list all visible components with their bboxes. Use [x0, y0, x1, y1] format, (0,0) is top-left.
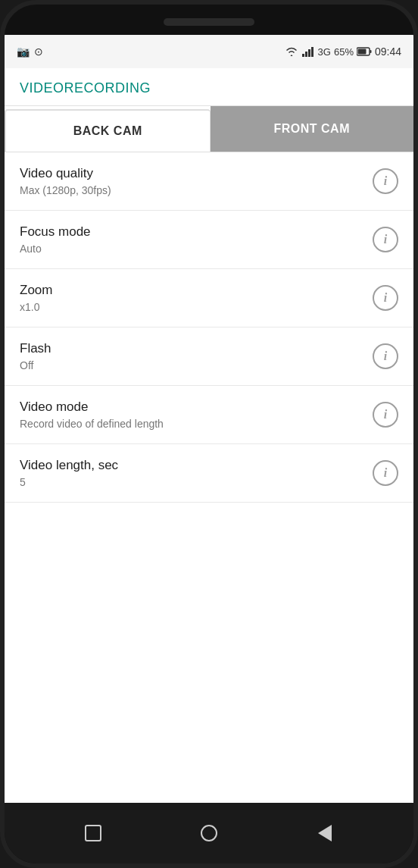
tab-front-cam[interactable]: FRONT CAM: [211, 106, 414, 152]
tab-back-cam[interactable]: BACK CAM: [5, 109, 211, 152]
recents-icon: [85, 825, 101, 841]
wifi-icon: [285, 46, 298, 57]
svg-rect-2: [308, 49, 310, 57]
nav-back-button[interactable]: [311, 819, 338, 847]
svg-rect-5: [370, 50, 371, 53]
home-icon: [201, 825, 217, 841]
nav-home-button[interactable]: [195, 819, 223, 847]
svg-rect-6: [357, 49, 366, 55]
setting-value-video-length: 5: [20, 476, 373, 488]
battery-icon: [357, 47, 372, 56]
setting-flash[interactable]: Flash Off i: [5, 327, 413, 386]
nav-bar: [5, 803, 413, 863]
setting-label-video-quality: Video quality: [20, 166, 373, 181]
setting-video-mode[interactable]: Video mode Record video of defined lengt…: [5, 386, 413, 444]
setting-value-zoom: x1.0: [20, 301, 373, 313]
app-title: VIDEORECORDING: [20, 80, 151, 96]
info-button-video-mode[interactable]: i: [373, 402, 398, 428]
setting-focus-mode[interactable]: Focus mode Auto i: [5, 211, 413, 269]
info-button-flash[interactable]: i: [373, 343, 398, 369]
network-label: 3G: [318, 46, 331, 58]
setting-zoom[interactable]: Zoom x1.0 i: [5, 269, 413, 327]
camera-status-icon: 📷: [17, 45, 30, 58]
setting-label-zoom: Zoom: [20, 283, 373, 298]
svg-rect-3: [311, 47, 314, 57]
setting-label-flash: Flash: [20, 341, 373, 356]
circle-status-icon: ⊙: [34, 45, 43, 58]
setting-value-video-mode: Record video of defined length: [20, 418, 373, 430]
setting-video-quality[interactable]: Video quality Max (1280p, 30fps) i: [5, 152, 413, 211]
back-icon: [318, 825, 332, 841]
info-button-focus-mode[interactable]: i: [373, 227, 398, 252]
settings-list: Video quality Max (1280p, 30fps) i Focus…: [5, 152, 413, 803]
info-button-zoom[interactable]: i: [373, 285, 398, 311]
signal-icon: [301, 46, 315, 57]
status-right-info: 3G 65% 09:44: [285, 45, 401, 58]
setting-value-focus-mode: Auto: [20, 243, 373, 255]
app-content: VIDEORECORDING BACK CAM FRONT CAM Video …: [5, 68, 413, 803]
status-bar: 📷 ⊙ 3G 65%: [5, 35, 413, 68]
phone-frame: 📷 ⊙ 3G 65%: [0, 0, 418, 868]
time-display: 09:44: [375, 45, 401, 58]
battery-percent: 65%: [334, 46, 354, 58]
setting-value-video-quality: Max (1280p, 30fps): [20, 184, 373, 196]
setting-label-focus-mode: Focus mode: [20, 224, 373, 240]
setting-label-video-mode: Video mode: [20, 400, 373, 415]
nav-recents-button[interactable]: [80, 819, 107, 847]
phone-speaker: [164, 18, 254, 26]
info-button-video-quality[interactable]: i: [373, 168, 398, 194]
status-left-icons: 📷 ⊙: [17, 45, 43, 58]
svg-rect-0: [302, 54, 304, 57]
svg-rect-1: [305, 52, 307, 57]
setting-value-flash: Off: [20, 359, 373, 371]
tab-bar: BACK CAM FRONT CAM: [5, 106, 413, 152]
app-header: VIDEORECORDING: [5, 68, 413, 106]
info-button-video-length[interactable]: i: [373, 460, 398, 486]
setting-video-length[interactable]: Video length, sec 5 i: [5, 444, 413, 503]
setting-label-video-length: Video length, sec: [20, 458, 373, 473]
bottom-spacer: [5, 503, 413, 512]
